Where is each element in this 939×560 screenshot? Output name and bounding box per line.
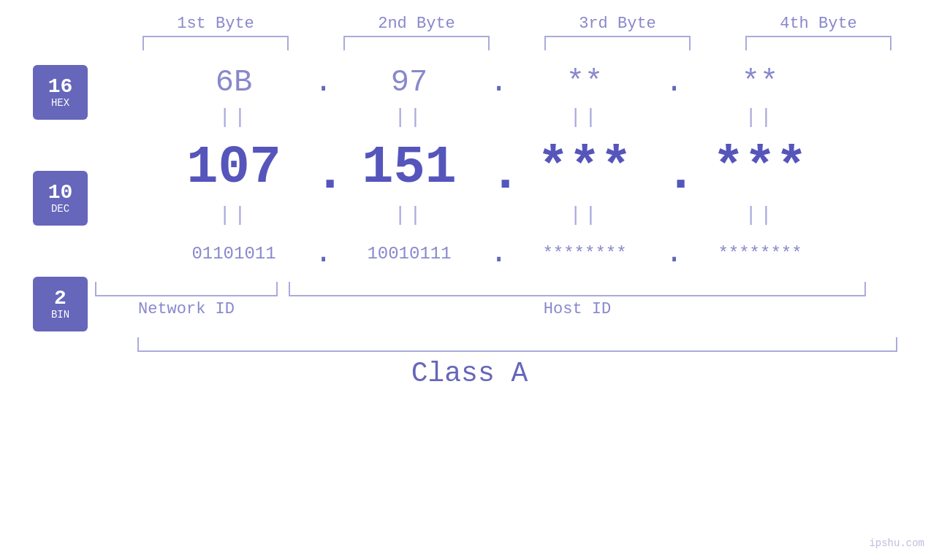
host-bracket <box>289 282 866 296</box>
bin-dot-3: . <box>661 236 683 271</box>
badges-column: 16 HEX 10 DEC 2 BIN <box>33 65 88 331</box>
equals-row-1: || || || || <box>95 106 899 129</box>
byte2-header: 2nd Byte <box>336 15 497 33</box>
eq2-b3: || <box>508 204 661 226</box>
eq2-b2: || <box>332 204 486 226</box>
dec-row: 107 . 151 . *** . *** <box>95 138 899 198</box>
hex-badge: 16 HEX <box>33 65 88 120</box>
hex-row: 6B . 97 . ** . ** <box>95 65 899 100</box>
bracket-top-2 <box>343 36 490 50</box>
byte3-header: 3rd Byte <box>537 15 698 33</box>
eq2-b4: || <box>683 204 837 226</box>
hex-b1: 6B <box>157 65 311 100</box>
bracket-top-4 <box>745 36 892 50</box>
eq1-b3: || <box>508 106 661 129</box>
hex-dot-2: . <box>486 65 508 100</box>
gap2 <box>278 300 289 318</box>
hex-dot-3: . <box>661 65 683 100</box>
gap <box>278 282 289 296</box>
eq2-b1: || <box>157 204 311 226</box>
bin-row: 01101011 . 10010111 . ******** . <box>95 236 899 271</box>
dec-dot-3: . <box>661 147 683 200</box>
dec-badge: 10 DEC <box>33 171 88 226</box>
byte1-header: 1st Byte <box>135 15 296 33</box>
bin-dot-1: . <box>311 236 332 271</box>
byte4-header: 4th Byte <box>738 15 899 33</box>
network-bracket <box>95 282 278 296</box>
bottom-brackets <box>95 282 899 296</box>
equals-row-2: || || || || <box>95 204 899 226</box>
bin-b1: 01101011 <box>157 244 311 264</box>
dec-b2: 151 <box>332 138 486 198</box>
outer-bracket <box>137 337 897 352</box>
bottom-labels: Network ID Host ID <box>95 300 899 318</box>
bracket-top-1 <box>142 36 289 50</box>
host-id-label: Host ID <box>289 300 866 318</box>
content-area: 16 HEX 10 DEC 2 BIN 6B . <box>0 58 939 331</box>
bin-badge-num: 2 <box>54 288 66 309</box>
eq1-b4: || <box>683 106 837 129</box>
bin-badge-label: BIN <box>51 309 69 321</box>
hex-badge-label: HEX <box>51 97 69 109</box>
hex-b4: ** <box>683 65 837 100</box>
bracket-top-3 <box>544 36 691 50</box>
dec-b4: *** <box>683 138 837 198</box>
dec-badge-label: DEC <box>51 203 69 215</box>
top-brackets <box>115 36 919 50</box>
dec-b3: *** <box>508 138 661 198</box>
hex-b3: ** <box>508 65 661 100</box>
dec-b1: 107 <box>157 138 311 198</box>
hex-dot-1: . <box>311 65 332 100</box>
dec-badge-num: 10 <box>48 183 73 203</box>
bin-b2: 10010111 <box>332 244 486 264</box>
dec-dot-2: . <box>486 147 508 200</box>
eq1-b2: || <box>332 106 486 129</box>
hex-badge-num: 16 <box>48 77 73 97</box>
hex-b2: 97 <box>332 65 486 100</box>
watermark: ipshu.com <box>869 537 924 549</box>
bin-b4: ******** <box>683 244 837 264</box>
bin-badge: 2 BIN <box>33 277 88 331</box>
main-container: 1st Byte 2nd Byte 3rd Byte 4th Byte 16 H… <box>0 0 939 560</box>
bin-dot-2: . <box>486 236 508 271</box>
dec-dot-1: . <box>311 147 332 200</box>
network-id-label: Network ID <box>95 300 278 318</box>
data-rows: 6B . 97 . ** . ** <box>95 58 899 318</box>
class-label: Class A <box>0 358 939 389</box>
eq1-b1: || <box>157 106 311 129</box>
bin-b3: ******** <box>508 244 661 264</box>
byte-headers: 1st Byte 2nd Byte 3rd Byte 4th Byte <box>115 15 919 33</box>
